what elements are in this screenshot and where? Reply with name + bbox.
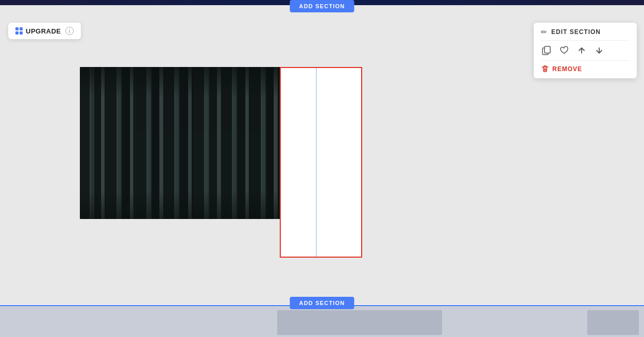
remove-button[interactable]: REMOVE bbox=[541, 65, 582, 73]
add-section-top-button[interactable]: ADD SECTION bbox=[290, 0, 354, 12]
info-icon[interactable]: i bbox=[65, 27, 74, 35]
add-section-top-wrapper: ADD SECTION bbox=[290, 0, 354, 12]
remove-row: REMOVE bbox=[541, 65, 630, 73]
vertical-divider bbox=[316, 68, 317, 257]
add-section-bottom-button[interactable]: ADD SECTION bbox=[290, 297, 354, 309]
image-svg bbox=[80, 67, 312, 219]
svg-rect-48 bbox=[80, 67, 312, 98]
grid-icon bbox=[15, 27, 23, 35]
trash-icon bbox=[541, 65, 549, 73]
selected-panel[interactable] bbox=[280, 67, 362, 258]
bottom-bar bbox=[0, 306, 644, 337]
edit-section-label: EDIT SECTION bbox=[551, 28, 601, 36]
arrow-down-icon bbox=[595, 46, 604, 55]
add-section-bottom-wrapper: ADD SECTION bbox=[290, 297, 354, 309]
edit-panel-header: ✏ EDIT SECTION bbox=[541, 28, 630, 41]
edit-section-panel: ✏ EDIT SECTION bbox=[534, 23, 637, 78]
upgrade-label: UPGRADE bbox=[26, 27, 61, 35]
duplicate-button[interactable] bbox=[541, 45, 552, 56]
favorite-button[interactable] bbox=[558, 45, 570, 56]
upgrade-panel: UPGRADE i bbox=[8, 23, 81, 39]
heart-icon bbox=[560, 46, 569, 55]
edit-actions-row bbox=[541, 45, 630, 61]
svg-rect-49 bbox=[80, 191, 312, 219]
arrow-up-icon bbox=[577, 46, 586, 55]
pencil-icon: ✏ bbox=[541, 28, 547, 36]
bottom-bar-element-2 bbox=[587, 310, 639, 335]
upgrade-button[interactable]: UPGRADE bbox=[15, 27, 61, 35]
bottom-bar-element-1 bbox=[277, 310, 442, 335]
remove-label: REMOVE bbox=[552, 65, 582, 73]
move-down-button[interactable] bbox=[594, 45, 605, 56]
move-up-button[interactable] bbox=[576, 45, 587, 56]
duplicate-icon bbox=[542, 46, 551, 55]
image-block bbox=[80, 67, 312, 219]
svg-rect-51 bbox=[545, 46, 550, 53]
